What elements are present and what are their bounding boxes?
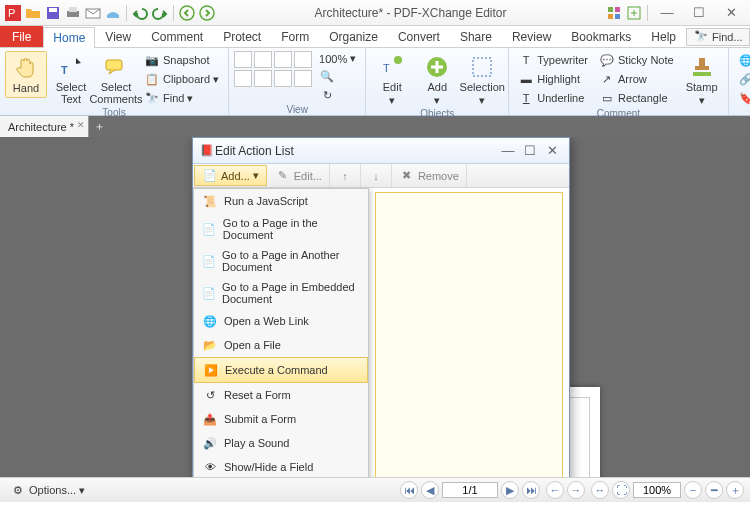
action-menu-item[interactable]: ↺Reset a Form <box>194 383 368 407</box>
save-icon[interactable] <box>44 4 62 22</box>
nav-back-icon[interactable] <box>178 4 196 22</box>
zoom-slider[interactable]: ━ <box>705 481 723 499</box>
move-down-button[interactable]: ↓ <box>361 164 392 187</box>
action-menu-item[interactable]: 🔊Play a Sound <box>194 431 368 455</box>
tab-home[interactable]: Home <box>43 27 95 48</box>
tab-protect[interactable]: Protect <box>213 26 271 47</box>
svg-point-7 <box>180 6 194 20</box>
action-menu-item[interactable]: ▶️Execute a Command <box>194 357 368 383</box>
tab-form[interactable]: Form <box>271 26 319 47</box>
select-text-tool[interactable]: T Select Text <box>50 51 92 107</box>
tab-comment[interactable]: Comment <box>141 26 213 47</box>
document-canvas[interactable]: 📕 Edit Action List — ☐ ✕ 📄Add... ▾ ✎Edit… <box>0 137 750 477</box>
fit-width-button[interactable]: ↔ <box>591 481 609 499</box>
tab-organize[interactable]: Organize <box>319 26 388 47</box>
document-tabs: Architecture *✕ ＋ <box>0 116 750 137</box>
svg-point-17 <box>394 56 402 64</box>
dialog-close-button[interactable]: ✕ <box>541 141 563 161</box>
underline-button[interactable]: TUnderline <box>514 89 592 107</box>
scan-icon[interactable] <box>104 4 122 22</box>
selection-button[interactable]: Selection▾ <box>461 51 503 108</box>
hand-tool[interactable]: Hand <box>5 51 47 98</box>
menu-item-icon: 🌐 <box>202 313 218 329</box>
page-field[interactable] <box>442 482 498 498</box>
select-comments-tool[interactable]: Select Comments <box>95 51 137 107</box>
first-page-button[interactable]: ⏮ <box>400 481 418 499</box>
open-icon[interactable] <box>24 4 42 22</box>
tab-bookmarks[interactable]: Bookmarks <box>561 26 641 47</box>
dialog-maximize-button[interactable]: ☐ <box>519 141 541 161</box>
tab-convert[interactable]: Convert <box>388 26 450 47</box>
zoom-combo[interactable]: 100% ▾ <box>315 51 360 66</box>
clipboard-button[interactable]: 📋Clipboard ▾ <box>140 70 223 88</box>
next-page-button[interactable]: ▶ <box>501 481 519 499</box>
options-button[interactable]: ⚙Options... ▾ <box>6 481 89 499</box>
zoom-field[interactable] <box>633 482 681 498</box>
dialog-minimize-button[interactable]: — <box>497 141 519 161</box>
group-label-links: Links <box>734 107 750 118</box>
nav-back-button[interactable]: ← <box>546 481 564 499</box>
print-icon[interactable] <box>64 4 82 22</box>
sticky-note-button[interactable]: 💬Sticky Note <box>595 51 678 69</box>
globe-icon: 🌐 <box>738 52 750 68</box>
minimize-button[interactable]: — <box>652 3 682 23</box>
add-tab-button[interactable]: ＋ <box>89 116 109 137</box>
find-button[interactable]: 🔭Find... <box>686 28 750 46</box>
svg-text:T: T <box>383 62 390 74</box>
web-links-button[interactable]: 🌐Web Links ▾ <box>734 51 750 69</box>
tab-help[interactable]: Help <box>641 26 686 47</box>
zoom-out-button[interactable]: 🔍 <box>315 67 360 85</box>
edit-button[interactable]: TEdit▾ <box>371 51 413 108</box>
action-menu-item[interactable]: 📄Go to a Page in Another Document <box>194 245 368 277</box>
action-menu-item[interactable]: 📤Submit a Form <box>194 407 368 431</box>
last-page-button[interactable]: ⏭ <box>522 481 540 499</box>
add-bookmark-button[interactable]: 🔖Add Bookmark <box>734 89 750 107</box>
doc-tab[interactable]: Architecture *✕ <box>0 116 89 137</box>
edit-icon: T <box>378 53 406 81</box>
menubar: File Home View Comment Protect Form Orga… <box>0 26 750 48</box>
action-list[interactable] <box>375 192 563 477</box>
redo-icon[interactable] <box>151 4 169 22</box>
edit-action-button[interactable]: ✎Edit... <box>268 164 330 187</box>
arrow-button[interactable]: ↗Arrow <box>595 70 678 88</box>
tab-review[interactable]: Review <box>502 26 561 47</box>
file-tab[interactable]: File <box>0 26 43 47</box>
mail-icon[interactable] <box>84 4 102 22</box>
typewriter-button[interactable]: TTypewriter <box>514 51 592 69</box>
nav-fwd-icon[interactable] <box>198 4 216 22</box>
action-menu-item[interactable]: 👁Show/Hide a Field <box>194 455 368 477</box>
rotate-button[interactable]: ↻ <box>315 86 360 104</box>
close-button[interactable]: ✕ <box>716 3 746 23</box>
tab-share[interactable]: Share <box>450 26 502 47</box>
create-link-button[interactable]: 🔗Create Link <box>734 70 750 88</box>
page-layout-thumbs[interactable] <box>234 51 312 87</box>
add-button[interactable]: Add▾ <box>416 51 458 108</box>
close-tab-icon[interactable]: ✕ <box>77 120 85 130</box>
add-action-button[interactable]: 📄Add... ▾ <box>194 165 267 186</box>
snapshot-button[interactable]: 📷Snapshot <box>140 51 223 69</box>
gear-icon: ⚙ <box>10 482 26 498</box>
dialog-titlebar[interactable]: 📕 Edit Action List — ☐ ✕ <box>193 138 569 164</box>
zoom-in-btn[interactable]: ＋ <box>726 481 744 499</box>
tab-view[interactable]: View <box>95 26 141 47</box>
fit-page-button[interactable]: ⛶ <box>612 481 630 499</box>
remove-action-button[interactable]: ✖Remove <box>392 164 467 187</box>
rectangle-button[interactable]: ▭Rectangle <box>595 89 678 107</box>
action-menu-item[interactable]: 📜Run a JavaScript <box>194 189 368 213</box>
nav-forward-button[interactable]: → <box>567 481 585 499</box>
maximize-button[interactable]: ☐ <box>684 3 714 23</box>
action-menu-item[interactable]: 📂Open a File <box>194 333 368 357</box>
action-menu-item[interactable]: 📄Go to a Page in the Document <box>194 213 368 245</box>
zoom-out-btn[interactable]: − <box>684 481 702 499</box>
find-tool-button[interactable]: 🔭Find ▾ <box>140 89 223 107</box>
ui-options-icon[interactable] <box>605 4 623 22</box>
highlight-button[interactable]: ▬Highlight <box>514 70 592 88</box>
action-menu-item[interactable]: 🌐Open a Web Link <box>194 309 368 333</box>
launch-icon[interactable] <box>625 4 643 22</box>
action-menu-item[interactable]: 📄Go to a Page in Embedded Document <box>194 277 368 309</box>
stamp-button[interactable]: Stamp▾ <box>681 51 723 108</box>
quick-access-toolbar: P <box>4 4 216 22</box>
move-up-button[interactable]: ↑ <box>330 164 361 187</box>
undo-icon[interactable] <box>131 4 149 22</box>
prev-page-button[interactable]: ◀ <box>421 481 439 499</box>
